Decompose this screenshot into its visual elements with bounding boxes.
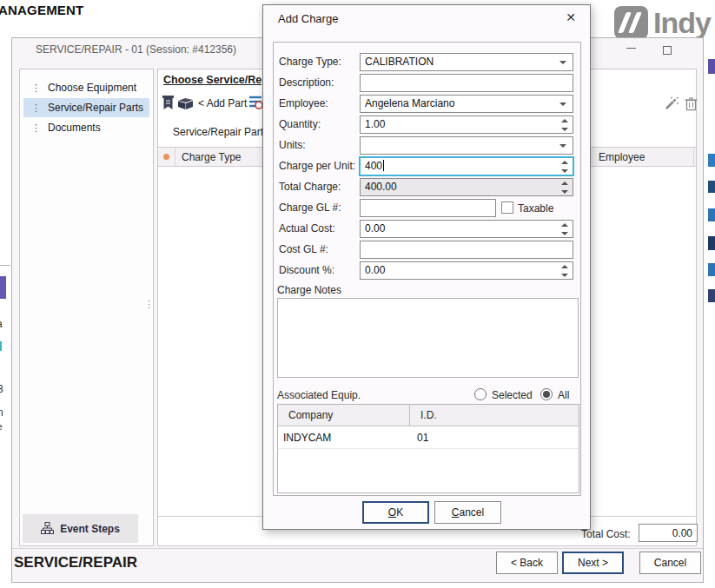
background-icon-fragment [708, 59, 715, 74]
screen: { "app": { "clipped_title": "ANAGEMENT",… [0, 0, 715, 588]
background-text-fragment: 3 [0, 383, 3, 395]
add-part-button[interactable]: < Add Part [198, 97, 247, 109]
equip-table-header: Company I.D. [278, 405, 579, 426]
dialog-cancel-button[interactable]: Cancel [434, 501, 501, 524]
chevron-down-icon [559, 144, 566, 148]
column-header-company[interactable]: Company [278, 405, 410, 426]
window-title: SERVICE/REPAIR - 01 (Session: #412356) [36, 43, 236, 56]
cost-gl-label: Cost GL #: [279, 241, 360, 259]
app-title: ANAGEMENT [0, 3, 83, 17]
charge-per-unit-label: Charge per Unit: [279, 157, 360, 175]
spin-down-icon [561, 190, 568, 194]
background-icon-fragment [708, 154, 715, 167]
charge-gl-label: Charge GL #: [279, 199, 360, 217]
charge-type-combobox[interactable]: CALIBRATION [360, 53, 573, 71]
chevron-down-icon [559, 102, 566, 106]
actual-cost-stepper[interactable]: 0.00 [360, 220, 573, 238]
spin-down-icon [561, 169, 568, 173]
close-icon[interactable]: ✕ [562, 10, 579, 24]
sidebar-item-service-repair-parts[interactable]: ⋮Service/Repair Parts [23, 98, 149, 117]
total-cost-value: 0.00 [639, 524, 698, 542]
next-button[interactable]: Next > [562, 552, 624, 574]
drag-dots-icon: ⋮ [31, 83, 41, 93]
description-label: Description: [279, 74, 360, 92]
spinner-buttons[interactable] [559, 263, 570, 279]
units-combobox[interactable] [360, 136, 573, 155]
quantity-label: Quantity: [279, 116, 360, 134]
units-label: Units: [279, 136, 360, 155]
add-charge-dialog: Add Charge ✕ Charge Type: CALIBRATION De… [262, 4, 591, 530]
background-icon-fragment [708, 263, 715, 276]
background-text-fragment: e [0, 422, 3, 432]
spinner-buttons[interactable] [559, 221, 570, 237]
background-block-fragment [0, 276, 6, 299]
cost-gl-input[interactable] [360, 241, 573, 259]
description-input[interactable] [360, 74, 573, 92]
back-button[interactable]: < Back [496, 552, 558, 574]
total-charge-label: Total Charge: [279, 178, 360, 196]
background-icon-fragment [708, 181, 715, 193]
tab-service-repair-parts[interactable]: Service/Repair Parts [173, 125, 268, 142]
charge-gl-input[interactable] [360, 199, 496, 217]
drag-dots-icon: ⋮ [31, 102, 41, 113]
wizard-sidebar: ⋮Choose Equipment ⋮Service/Repair Parts … [19, 69, 154, 546]
splitter-handle[interactable]: ⋮ [144, 299, 154, 310]
tag-icon[interactable] [162, 96, 175, 111]
sidebar-item-documents[interactable]: ⋮Documents [23, 118, 149, 137]
associated-equip-label: Associated Equip. [277, 389, 361, 401]
maximize-button[interactable] [654, 42, 680, 59]
event-steps-button[interactable]: Event Steps [23, 514, 138, 543]
taxable-checkbox[interactable] [501, 202, 513, 214]
spin-up-icon [561, 161, 568, 164]
drag-dots-icon: ⋮ [31, 122, 41, 133]
discount-stepper[interactable]: 0.00 [360, 261, 573, 280]
spinner-buttons[interactable] [559, 159, 570, 175]
new-row-marker-icon [163, 154, 169, 160]
associated-equip-table: Company I.D. INDYCAM 01 [277, 404, 579, 493]
selected-radio-label[interactable]: Selected [492, 389, 533, 401]
background-icon-fragment [708, 236, 715, 250]
indy-logo-icon [614, 6, 648, 39]
minimize-button[interactable] [618, 42, 644, 59]
background-line-fragment [0, 265, 10, 266]
sidebar-item-choose-equipment[interactable]: ⋮Choose Equipment [23, 78, 149, 97]
quantity-stepper[interactable]: 1.00 [360, 116, 573, 134]
background-icon-fragment [708, 208, 715, 221]
employee-label: Employee: [279, 95, 360, 113]
column-header-employee[interactable]: Employee [593, 148, 694, 166]
charge-list-icon[interactable] [248, 95, 263, 109]
spin-up-icon [561, 265, 568, 268]
column-header-id[interactable]: I.D. [410, 405, 579, 426]
background-icon-fragment [708, 289, 715, 302]
package-icon[interactable] [177, 97, 194, 110]
spin-down-icon [561, 232, 568, 235]
trash-icon[interactable] [685, 96, 698, 111]
employee-combobox[interactable]: Angelena Marciano [360, 95, 573, 113]
spinner-buttons[interactable] [559, 180, 570, 195]
charge-notes-textarea[interactable] [277, 298, 579, 378]
all-radio[interactable] [540, 388, 553, 400]
wizard-title: SERVICE/REPAIR [14, 554, 137, 571]
footer-divider [12, 548, 703, 549]
ok-button[interactable]: OK [362, 501, 429, 524]
chevron-down-icon [559, 61, 566, 64]
org-chart-icon [41, 522, 54, 535]
dialog-title: Add Charge [278, 12, 338, 25]
discount-label: Discount %: [279, 261, 360, 280]
cancel-button[interactable]: Cancel [639, 552, 701, 574]
background-text-fragment: a [0, 318, 3, 330]
spin-up-icon [561, 119, 568, 122]
wand-edit-icon[interactable] [664, 96, 679, 111]
charge-per-unit-stepper[interactable]: 400 [360, 157, 573, 175]
charge-type-label: Charge Type: [279, 53, 360, 71]
actual-cost-label: Actual Cost: [279, 220, 360, 238]
selected-radio[interactable] [474, 388, 487, 400]
spinner-buttons[interactable] [559, 117, 570, 133]
spin-up-icon [561, 182, 568, 185]
all-radio-label[interactable]: All [558, 389, 569, 401]
charge-notes-label: Charge Notes [277, 284, 341, 296]
indy-logo-text: Indy [653, 6, 711, 40]
background-text-fragment: n [0, 406, 3, 419]
spin-down-icon [561, 274, 568, 277]
total-charge-stepper: 400.00 [360, 178, 573, 196]
